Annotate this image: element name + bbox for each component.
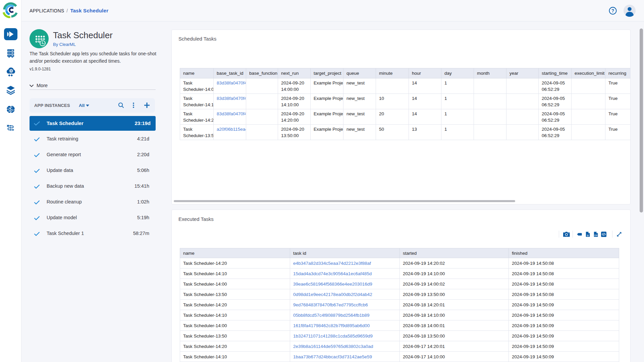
svg-text:(j): (j) [587,234,589,236]
svg-text:CSV: CSV [594,235,598,236]
svg-text:?: ? [611,8,614,13]
